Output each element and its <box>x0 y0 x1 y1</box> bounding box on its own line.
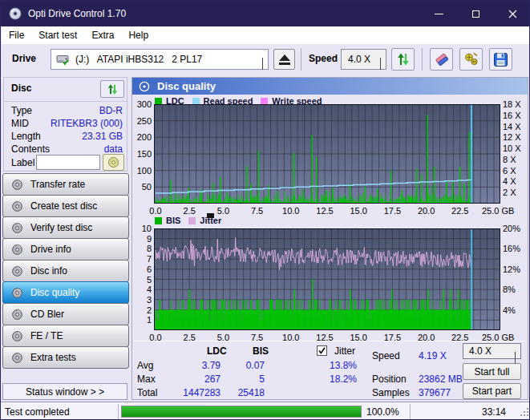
save-button[interactable] <box>489 48 512 71</box>
label-input[interactable] <box>36 155 100 170</box>
sidebar-item-drive-info[interactable]: Drive info <box>2 238 129 260</box>
elapsed-time: 33:14 <box>446 406 506 418</box>
sidebar-item-label: Extra tests <box>30 352 76 363</box>
cd-icon <box>11 309 23 321</box>
titlebar: Opti Drive Control 1.70 <box>1 1 530 26</box>
minimize-button[interactable] <box>420 1 457 26</box>
status-window-button[interactable]: Status window > > <box>2 383 127 400</box>
check-icon <box>318 346 326 355</box>
chevron-down-icon <box>380 58 381 69</box>
cd-icon <box>11 330 23 342</box>
sidebar-item-fe-te[interactable]: FE / TE <box>2 325 129 347</box>
sidebar-item-transfer-rate[interactable]: Transfer rate <box>2 173 129 196</box>
total-row-label: Total <box>137 387 157 398</box>
erase-button[interactable] <box>430 48 453 71</box>
axis-tick-label: 8 <box>132 244 152 253</box>
axis-tick-label: 10 X <box>503 143 521 153</box>
disc-panel: Disc TypeBD-R MIDRITEKBR3 (000) Length23… <box>3 77 127 172</box>
axis-tick-label: 4% <box>503 305 516 315</box>
start-part-button[interactable]: Start part <box>463 383 521 399</box>
axis-tick-label: 7.5 <box>241 206 273 216</box>
statusbar-separator <box>410 404 411 419</box>
test-speed-value: 4.0 X <box>469 345 492 357</box>
cd-icon <box>11 222 23 234</box>
maximize-icon <box>472 10 479 18</box>
speed-select[interactable]: 4.0 X <box>341 49 386 70</box>
close-button[interactable] <box>494 1 530 26</box>
axis-tick-label: 12 X <box>503 132 521 142</box>
toolbar: Drive (J:) ATAPI iHBS312 2 PL17 Speed 4.… <box>1 44 530 74</box>
erase-icon <box>434 51 450 67</box>
avg-jitter-value: 13.8% <box>305 360 357 371</box>
sidebar-item-create-test-disc[interactable]: Create test disc <box>2 195 129 217</box>
disc-quality-icon <box>139 81 150 92</box>
maximize-button[interactable] <box>457 1 494 26</box>
axis-tick-label: 6 X <box>503 166 516 176</box>
axis-tick-label: 10 <box>132 224 152 233</box>
page-title-bar: Disc quality <box>132 78 528 95</box>
axis-tick-label: 300 <box>132 99 152 109</box>
axis-tick-label: 4 <box>132 285 152 294</box>
speed-stat-label: Speed <box>372 350 400 361</box>
sidebar-item-disc-quality[interactable]: Disc quality <box>2 281 129 304</box>
drive-select[interactable]: (J:) ATAPI iHBS312 2 PL17 <box>51 49 269 70</box>
bis-column-header: BIS <box>253 345 269 357</box>
total-ldc-value: 1447283 <box>164 387 220 398</box>
samples-stat-label: Samples <box>372 387 410 398</box>
save-icon <box>493 52 508 67</box>
avg-row-label: Avg <box>137 360 153 371</box>
resize-grip-icon[interactable] <box>520 408 529 419</box>
menu-extra[interactable]: Extra <box>84 26 121 44</box>
jitter-legend-swatch <box>188 217 196 224</box>
app-window: Opti Drive Control 1.70 File Start test … <box>0 0 530 420</box>
refresh-button[interactable] <box>391 48 415 71</box>
window-title: Opti Drive Control 1.70 <box>28 8 126 19</box>
sidebar-item-cd-bler[interactable]: CD Bler <box>2 303 129 325</box>
axis-tick-label: 2 <box>132 305 152 315</box>
axis-tick-label: 2 X <box>503 188 516 197</box>
axis-tick-label: 20% <box>503 224 520 233</box>
status-text: Test completed <box>5 406 70 418</box>
axis-tick-label: 1 <box>132 315 152 325</box>
sidebar-item-label: Drive info <box>30 244 71 255</box>
menu-file[interactable]: File <box>2 26 31 44</box>
progress-percent: 100.0% <box>366 406 399 418</box>
tools-button[interactable] <box>459 48 483 71</box>
axis-tick-label: 200 <box>132 132 152 142</box>
menubar: File Start test Extra Help <box>2 26 530 44</box>
cd-icon <box>11 352 23 364</box>
chevron-down-icon <box>509 352 516 363</box>
axis-tick-label: 8% <box>503 285 516 294</box>
sidebar-item-extra-tests[interactable]: Extra tests <box>2 346 129 369</box>
start-full-button[interactable]: Start full <box>463 363 521 380</box>
bis-legend-label: BIS <box>166 216 180 225</box>
toolbar-separator <box>422 48 423 71</box>
progress-fill <box>122 406 361 417</box>
menu-start-test[interactable]: Start test <box>31 26 84 44</box>
ldc-column-header: LDC <box>207 345 227 357</box>
page-title: Disc quality <box>157 80 216 92</box>
disc-panel-title: Disc <box>11 83 31 94</box>
sidebar-item-verify-test-disc[interactable]: Verify test disc <box>2 216 129 239</box>
chevron-down-icon <box>262 58 263 69</box>
label-disc-button[interactable] <box>103 154 124 171</box>
menu-help[interactable]: Help <box>121 26 156 44</box>
test-speed-select[interactable]: 4.0 X <box>463 343 521 359</box>
axis-tick-label: 20.0 <box>411 206 443 216</box>
divider <box>4 101 127 102</box>
disc-refresh-button[interactable] <box>100 80 124 98</box>
max-row-label: Max <box>137 374 156 385</box>
cd-icon <box>11 287 23 299</box>
eject-button[interactable] <box>273 49 295 70</box>
axis-tick-label: 12.5 <box>309 206 341 216</box>
jitter-checkbox[interactable] <box>317 345 327 356</box>
axis-tick-label: 5 <box>132 275 152 285</box>
sidebar-item-disc-info[interactable]: Disc info <box>2 260 129 282</box>
axis-tick-label: 17.5 <box>376 206 408 216</box>
samples-stat-value: 379677 <box>419 387 451 398</box>
axis-tick-label: 6 <box>132 265 152 274</box>
axis-tick-label: 2.5 <box>173 206 205 216</box>
sidebar-item-label: Transfer rate <box>30 179 85 190</box>
axis-tick-label: 16 X <box>503 111 521 120</box>
refresh-icon <box>107 83 119 95</box>
